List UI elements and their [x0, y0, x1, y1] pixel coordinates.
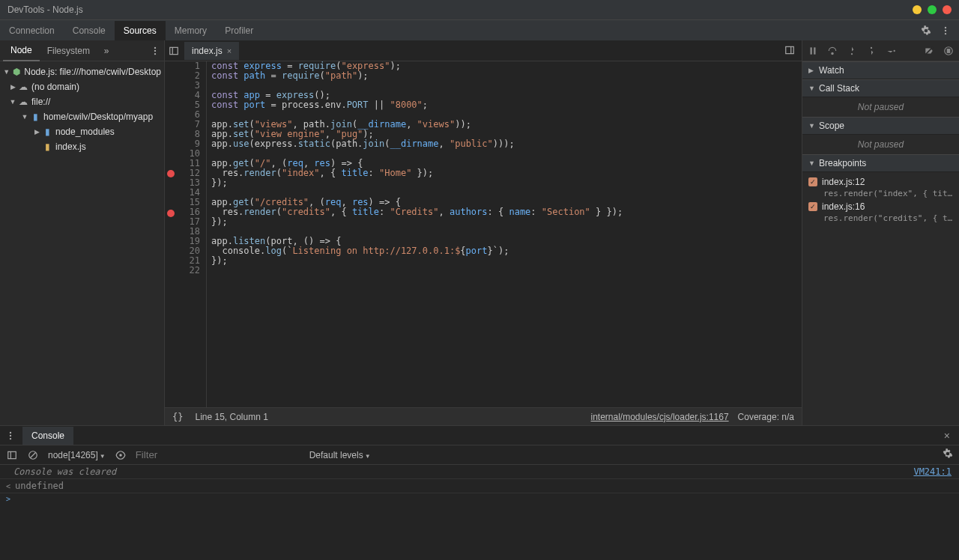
navigator-more-icon[interactable]	[149, 45, 161, 57]
breakpoint-checkbox[interactable]: ✓	[808, 177, 817, 186]
log-levels-select[interactable]: Default levels▼	[309, 450, 371, 460]
breakpoints-section[interactable]: ▼ Breakpoints	[802, 154, 959, 172]
svg-point-15	[894, 49, 895, 51]
window-minimize-button[interactable]	[913, 5, 922, 14]
svg-rect-19	[949, 49, 950, 52]
console-output-line: < undefined	[0, 479, 959, 493]
toggle-debugger-icon[interactable]	[784, 44, 796, 56]
navigator-tabs: Node Filesystem »	[0, 40, 164, 61]
breakpoint-item[interactable]: ✓index.js:12res.render("index", { title…	[802, 175, 959, 200]
tree-nodomain[interactable]: ▶ ☁ (no domain)	[0, 79, 164, 94]
settings-icon[interactable]	[920, 25, 932, 37]
svg-point-13	[851, 52, 853, 54]
navigator-tab-filesystem[interactable]: Filesystem	[40, 41, 97, 61]
breakpoint-gutter[interactable]	[165, 61, 177, 407]
svg-line-26	[31, 452, 36, 457]
console-body: Console was cleared VM241:1 < undefined …	[0, 465, 959, 560]
titlebar: DevTools - Node.js	[0, 0, 959, 19]
deactivate-breakpoints-icon[interactable]	[923, 45, 935, 57]
console-more-icon[interactable]	[4, 430, 16, 442]
more-icon[interactable]	[940, 25, 952, 37]
tree-project-folder[interactable]: ▼ ▮ home/cwilv/Desktop/myapp	[0, 109, 164, 124]
node-icon: ⬢	[11, 67, 21, 77]
svg-point-0	[945, 26, 946, 28]
tree-root-node[interactable]: ▼ ⬢ Node.js: file:///home/cwilv/Desktop	[0, 64, 164, 79]
loader-link[interactable]: internal/modules/cjs/loader.js:1167	[591, 412, 729, 422]
svg-point-5	[154, 52, 156, 54]
navigator-panel: Node Filesystem » ▼ ⬢ Node.js: file:///h…	[0, 40, 165, 425]
callstack-section[interactable]: ▼ Call Stack	[802, 79, 959, 97]
editor-tabs: index.js ×	[165, 40, 802, 61]
window-close-button[interactable]	[943, 5, 952, 14]
breakpoint-marker[interactable]	[167, 170, 175, 177]
step-into-icon[interactable]	[846, 45, 858, 57]
folder-icon: ▮	[42, 127, 52, 137]
svg-point-14	[871, 46, 872, 48]
breakpoint-marker[interactable]	[167, 210, 175, 217]
pause-icon[interactable]	[807, 45, 819, 57]
svg-rect-11	[814, 47, 815, 54]
close-tab-icon[interactable]: ×	[227, 46, 232, 55]
breakpoint-checkbox[interactable]: ✓	[808, 202, 817, 211]
svg-point-2	[945, 32, 946, 34]
pause-on-exceptions-icon[interactable]	[943, 45, 955, 57]
console-cleared-message: Console was cleared VM241:1	[0, 465, 959, 479]
cursor-position: Line 15, Column 1	[195, 412, 267, 422]
tree-node-modules[interactable]: ▶ ▮ node_modules	[0, 124, 164, 139]
step-out-icon[interactable]	[865, 45, 877, 57]
close-drawer-icon[interactable]: ×	[944, 430, 955, 442]
console-filter-input[interactable]	[136, 449, 300, 460]
svg-point-20	[10, 431, 11, 433]
scope-section[interactable]: ▼ Scope	[802, 117, 959, 135]
svg-rect-10	[811, 47, 812, 54]
step-icon[interactable]	[885, 45, 897, 57]
console-sidebar-icon[interactable]	[6, 449, 18, 461]
window-controls	[913, 5, 952, 14]
cloud-icon: ☁	[18, 97, 28, 107]
clear-console-icon[interactable]	[27, 449, 39, 461]
svg-point-22	[10, 437, 11, 439]
debugger-panel: ▶ Watch ▼ Call Stack Not paused ▼ Scope …	[802, 40, 959, 425]
svg-point-1	[945, 29, 946, 31]
tab-console[interactable]: Console	[64, 21, 115, 40]
tree-filescheme[interactable]: ▼ ☁ file://	[0, 94, 164, 109]
code-editor[interactable]: 12345678910111213141516171819202122 cons…	[165, 61, 802, 407]
breakpoint-item[interactable]: ✓index.js:16res.render("credits", { tit…	[802, 200, 959, 225]
console-input[interactable]: >	[0, 493, 959, 505]
execution-context-select[interactable]: node[14265]▼	[48, 450, 106, 460]
svg-point-27	[119, 454, 122, 457]
tab-connection[interactable]: Connection	[0, 21, 64, 40]
console-drawer-tabs: Console ×	[0, 426, 959, 445]
svg-rect-6	[170, 47, 178, 54]
editor-statusbar: {} Line 15, Column 1 internal/modules/cj…	[165, 407, 802, 425]
window-title: DevTools - Node.js	[7, 4, 83, 15]
tab-memory[interactable]: Memory	[166, 21, 216, 40]
breakpoint-preview: res.render("index", { title…	[808, 189, 953, 198]
live-expression-icon[interactable]	[115, 449, 127, 461]
editor-tab-indexjs[interactable]: index.js ×	[184, 42, 239, 60]
output-arrow-icon: <	[6, 482, 10, 490]
window-maximize-button[interactable]	[928, 5, 937, 14]
console-settings-icon[interactable]	[943, 448, 953, 461]
code-area[interactable]: const express = require("express");const…	[207, 61, 802, 407]
step-over-icon[interactable]	[826, 45, 838, 57]
tab-sources[interactable]: Sources	[115, 21, 166, 40]
line-number-gutter: 12345678910111213141516171819202122	[177, 61, 207, 407]
breakpoint-label: index.js:16	[822, 201, 865, 212]
more-tabs-icon[interactable]: »	[100, 45, 112, 57]
svg-rect-23	[8, 451, 16, 458]
format-icon[interactable]: {}	[172, 412, 183, 422]
tree-index-file[interactable]: ▮ index.js	[0, 139, 164, 154]
svg-point-21	[10, 434, 11, 436]
watch-section[interactable]: ▶ Watch	[802, 61, 959, 79]
tab-profiler[interactable]: Profiler	[216, 21, 262, 40]
breakpoints-list: ✓index.js:12res.render("index", { title……	[802, 172, 959, 228]
navigator-tab-node[interactable]: Node	[3, 40, 40, 61]
svg-rect-18	[947, 49, 948, 52]
console-tab[interactable]: Console	[22, 427, 73, 445]
main-tabs: Connection Console Sources Memory Profil…	[0, 19, 959, 40]
toggle-navigator-icon[interactable]	[168, 45, 180, 57]
editor-panel: index.js × 12345678910111213141516171819…	[165, 40, 802, 425]
svg-point-3	[154, 46, 156, 48]
console-source-link[interactable]: VM241:1	[913, 466, 952, 477]
